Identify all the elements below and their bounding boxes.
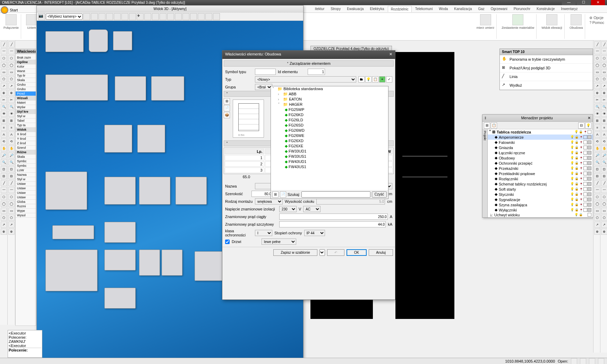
preview-tool-icon[interactable]: ⊞: [224, 98, 230, 104]
toolbar-tool-icon[interactable]: ⊕: [601, 90, 607, 96]
ribbon-tab[interactable]: Inwentaryz: [558, 6, 580, 12]
toolbar-tool-icon[interactable]: 〰: [8, 187, 15, 193]
toolbar-tool-icon[interactable]: ↗: [594, 83, 600, 89]
toolbar-tool-icon[interactable]: ⬠: [8, 215, 15, 221]
toolbar-tool-icon[interactable]: 🔎: [8, 152, 15, 158]
tree-folder-expanded[interactable]: ˅ 📁 HAGER: [271, 102, 388, 107]
uziem-icon[interactable]: [26, 14, 37, 25]
toolbar-tool-icon[interactable]: ⬠: [1, 215, 7, 221]
tree-item[interactable]: ◆ FG25WP: [271, 107, 388, 112]
pm-tree-item[interactable]: ◆Szyna zasilająca💡🔒🍷: [488, 202, 593, 207]
napiecie-select[interactable]: 230: [279, 206, 297, 212]
props-row[interactable]: Symbc: [16, 164, 36, 168]
save-template-dropdown[interactable]: [319, 249, 325, 256]
pm-tree-item[interactable]: ◆Rozłączniki💡🔒🍷: [488, 176, 593, 181]
tree-root[interactable]: ˅ 📁 Biblioteka standardowa: [271, 86, 388, 92]
search-tool-icon[interactable]: ⊞: [272, 191, 279, 198]
ac-select[interactable]: AC: [303, 206, 320, 212]
pm-tool-icon[interactable]: 📋: [491, 122, 497, 129]
toolbar-tool-icon[interactable]: ⬡: [8, 194, 15, 200]
ribbon-tab[interactable]: Ewakuacja: [344, 6, 366, 12]
toolbar-tool-icon[interactable]: ⬠: [601, 76, 607, 82]
toolbar-tool-icon[interactable]: ⬠: [601, 215, 607, 221]
toolbar-tool-icon[interactable]: ⊟: [594, 173, 600, 179]
typ-select[interactable]: <Nowy>: [255, 76, 356, 83]
toolbar-tool-icon[interactable]: ⬡: [8, 55, 15, 61]
toolbar-tool-icon[interactable]: 🔎: [601, 152, 607, 158]
tree-folder[interactable]: › 📁 ABB: [271, 92, 388, 97]
toolbar-tool-icon[interactable]: 👁: [594, 111, 600, 117]
toolbar-tool-icon[interactable]: 👁: [8, 111, 15, 117]
pm-header[interactable]: ⦀ Menadżer projektu ✕: [482, 115, 593, 122]
ribbon-tab[interactable]: Telekomuni: [412, 6, 436, 12]
toolbar-tool-icon[interactable]: ✂: [8, 97, 15, 103]
toolbar-tool-icon[interactable]: ╱: [594, 41, 600, 47]
toolbar-tool-icon[interactable]: ╱: [8, 41, 15, 47]
props-row[interactable]: Ustaw: [16, 191, 36, 195]
pomoc-link[interactable]: ? Pomoc: [589, 20, 604, 25]
toolbar-tool-icon[interactable]: ↗: [601, 83, 607, 89]
toolbar-tool-icon[interactable]: ◯: [8, 62, 15, 68]
toolbar-tool-icon[interactable]: 〰: [1, 187, 7, 193]
undo-button[interactable]: ↶: [327, 249, 344, 256]
toolbar-tool-icon[interactable]: 〰: [1, 48, 7, 54]
pm-tool-icon[interactable]: ⊟: [578, 122, 584, 129]
toolbar-tool-icon[interactable]: ◯: [601, 62, 607, 68]
toolbar-tool-icon[interactable]: 🔍: [601, 159, 607, 165]
toolbar-tool-icon[interactable]: ▭: [1, 208, 7, 214]
toolbar-tool-icon[interactable]: ↗: [1, 83, 7, 89]
status-tool-icon[interactable]: [580, 358, 586, 364]
toolbar-tool-icon[interactable]: ⊡: [8, 166, 15, 172]
tree-item[interactable]: ◆ FG26KD: [271, 112, 388, 118]
pm-root-row[interactable]: ˅ ⊞Tablica rozdzielcza 💡🔒🍷: [488, 129, 593, 135]
toolbar-tool-icon[interactable]: ✋: [601, 145, 607, 151]
view3d-tool-icon[interactable]: [152, 13, 159, 20]
cmd-prompt[interactable]: Polecenie:: [9, 348, 41, 352]
toolbar-tool-icon[interactable]: ⊡: [1, 166, 7, 172]
stopien-select[interactable]: IP 44: [304, 230, 325, 236]
ribbon-tab[interactable]: itektur: [312, 6, 327, 12]
clear-search-button[interactable]: Czyść: [372, 191, 387, 198]
toolbar-tool-icon[interactable]: 🔍: [1, 104, 7, 110]
tree-item[interactable]: ◆ FW43UD1: [271, 159, 388, 164]
search-tool-icon[interactable]: 📄: [280, 191, 286, 198]
toolbar-tool-icon[interactable]: ⊞: [594, 118, 600, 124]
tree-item[interactable]: ◆ FG26XE: [271, 144, 388, 149]
props-row-selected[interactable]: Przeź: [16, 92, 36, 96]
toolbar-tool-icon[interactable]: ↗: [8, 83, 15, 89]
toolbar-tool-icon[interactable]: ⊕: [594, 90, 600, 96]
toolbar-tool-icon[interactable]: 〰: [594, 48, 600, 54]
toolbar-tool-icon[interactable]: ↗: [1, 222, 7, 228]
prad-szcz-input[interactable]: [279, 221, 386, 227]
toolbar-tool-icon[interactable]: ▭: [8, 69, 15, 75]
props-row[interactable]: Z środ: [16, 141, 36, 146]
props-row[interactable]: Skala: [16, 155, 36, 159]
type-action-icon[interactable]: 📋: [372, 76, 378, 83]
props-row[interactable]: Wysol: [16, 213, 36, 218]
symbol-typu-input[interactable]: [255, 69, 276, 75]
toolbar-tool-icon[interactable]: ⊞: [601, 118, 607, 124]
status-tool-icon[interactable]: [571, 358, 577, 364]
props-row[interactable]: Kolor: [16, 64, 36, 69]
toolbar-tool-icon[interactable]: 🔎: [594, 152, 600, 158]
toolbar-tool-icon[interactable]: ⬠: [8, 76, 15, 82]
toolbar-tool-icon[interactable]: ▭: [8, 208, 15, 214]
toolbar-tool-icon[interactable]: ⊕: [1, 90, 7, 96]
view3d-tool-icon[interactable]: [91, 13, 98, 20]
ribbon-tab[interactable]: Ogrzewani: [488, 6, 510, 12]
props-row[interactable]: Symbc: [16, 159, 36, 164]
tree-item[interactable]: ◆ FG26WD: [271, 128, 388, 133]
view3d-tool-icon[interactable]: [83, 13, 90, 20]
drzwi-select[interactable]: lewe pełne: [262, 239, 296, 245]
pm-tree-item[interactable]: ◆Przekaźniki💡🔒🍷: [488, 166, 593, 171]
toolbar-tool-icon[interactable]: 〰: [594, 187, 600, 193]
toolbar-tool-icon[interactable]: 👁: [1, 111, 7, 117]
toolbar-tool-icon[interactable]: ╱: [1, 41, 7, 47]
pm-tree-item[interactable]: ◆Gniazda💡🔒🍷: [488, 145, 593, 150]
props-row[interactable]: Wype: [16, 209, 36, 213]
toolbar-tool-icon[interactable]: ⊞: [8, 118, 15, 124]
toolbar-tool-icon[interactable]: ⟲: [1, 138, 7, 145]
toolbar-tool-icon[interactable]: 👁: [601, 111, 607, 117]
toolbar-tool-icon[interactable]: ⊕: [8, 90, 15, 96]
toolbar-tool-icon[interactable]: ⊡: [594, 166, 600, 172]
